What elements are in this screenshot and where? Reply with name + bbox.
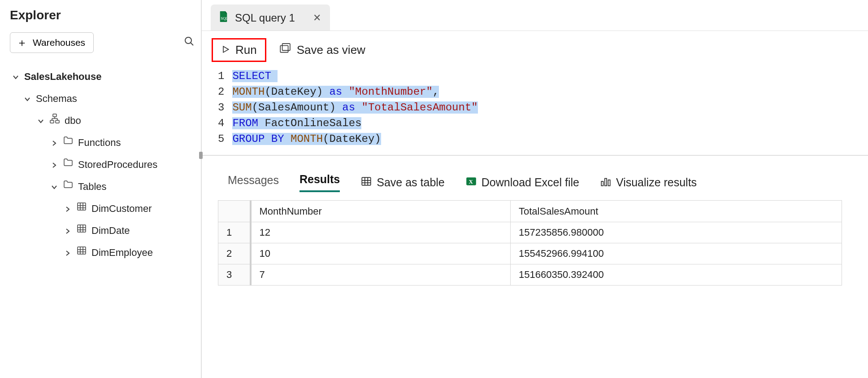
column-header-totalsalesamount[interactable]: TotalSalesAmount — [511, 201, 842, 222]
chevron-right-icon — [50, 135, 58, 150]
cell-totalsalesamount: 157235856.980000 — [511, 222, 842, 243]
results-grid[interactable]: MonthNumber TotalSalesAmount 1 12 157235… — [202, 200, 868, 286]
bar-chart-icon — [600, 176, 612, 190]
cell-totalsalesamount: 155452966.994100 — [511, 243, 842, 264]
visualize-results-button[interactable]: Visualize results — [600, 176, 697, 190]
close-icon[interactable]: ✕ — [313, 12, 321, 24]
schema-icon — [49, 113, 60, 128]
editor-results-splitter[interactable] — [202, 155, 868, 156]
cell-monthnumber: 10 — [251, 243, 511, 264]
str-alias: "MonthNumber" — [349, 86, 433, 98]
chevron-down-icon — [37, 113, 45, 128]
code-token: (DateKey) — [265, 86, 323, 98]
run-button[interactable]: Run — [212, 38, 266, 62]
explorer-tree: SalesLakehouse Schemas dbo Functions Sto… — [10, 66, 195, 264]
code-token: , — [433, 86, 439, 98]
chevron-right-icon — [64, 245, 72, 260]
chevron-right-icon — [64, 223, 72, 238]
save-as-table-button[interactable]: Save as table — [360, 176, 445, 190]
tree-node-dbo[interactable]: dbo — [10, 110, 195, 132]
kw-as: as — [329, 86, 342, 98]
warehouses-label: Warehouses — [33, 37, 85, 48]
table-row[interactable]: 3 7 151660350.392400 — [218, 264, 842, 286]
sql-file-icon: SQL — [219, 11, 229, 25]
fn-month: MONTH — [232, 86, 265, 98]
svg-text:SQL: SQL — [221, 17, 228, 21]
line-number: 3 — [218, 100, 224, 115]
row-number: 2 — [218, 243, 251, 264]
table-grid-icon — [360, 176, 372, 190]
line-gutter: 1 2 3 4 5 — [218, 68, 232, 147]
kw-select: SELECT — [232, 70, 271, 82]
line-number: 2 — [218, 84, 224, 100]
line-number: 4 — [218, 115, 224, 131]
tab-messages[interactable]: Messages — [228, 174, 279, 191]
add-warehouses-button[interactable]: ＋ Warehouses — [10, 32, 94, 53]
code-token: (SalesAmount) — [252, 101, 336, 114]
kw-by: BY — [271, 133, 284, 145]
tree-node-functions[interactable]: Functions — [10, 132, 195, 154]
tab-sql-query-1[interactable]: SQL SQL query 1 ✕ — [211, 4, 330, 31]
kw-as: as — [342, 101, 355, 114]
results-toolbar: Messages Results Save as table X Downloa… — [202, 156, 868, 200]
row-number: 3 — [218, 264, 251, 286]
cell-monthnumber: 12 — [251, 222, 511, 243]
svg-rect-19 — [78, 247, 86, 254]
download-excel-button[interactable]: X Download Excel file — [465, 176, 579, 190]
tab-results[interactable]: Results — [299, 173, 340, 192]
svg-rect-28 — [362, 177, 371, 185]
tab-strip: SQL SQL query 1 ✕ — [202, 0, 868, 31]
save-as-view-button[interactable]: Save as view — [279, 43, 365, 57]
table-icon — [76, 245, 87, 260]
svg-line-1 — [191, 43, 193, 45]
tree-label: DimEmployee — [91, 245, 153, 260]
table-icon — [76, 201, 87, 216]
tree-node-schemas[interactable]: Schemas — [10, 88, 195, 110]
excel-icon: X — [465, 176, 477, 190]
svg-rect-2 — [53, 114, 56, 117]
svg-text:X: X — [469, 178, 473, 185]
save-as-view-icon — [279, 43, 291, 57]
fn-sum: SUM — [232, 101, 252, 114]
tree-label: dbo — [65, 113, 81, 128]
svg-rect-14 — [78, 225, 86, 232]
table-row[interactable]: 2 10 155452966.994100 — [218, 243, 842, 264]
tree-node-dimdate[interactable]: DimDate — [10, 220, 195, 242]
svg-rect-26 — [280, 46, 288, 53]
chevron-right-icon — [50, 157, 58, 172]
kw-group: GROUP — [232, 133, 265, 145]
tree-label: SalesLakehouse — [24, 69, 101, 84]
svg-rect-35 — [601, 181, 603, 186]
svg-rect-27 — [282, 44, 290, 50]
sql-editor[interactable]: 1 2 3 4 5 SELECT MONTH(DateKey) as "Mont… — [202, 68, 868, 147]
tree-node-storedprocedures[interactable]: StoredProcedures — [10, 154, 195, 176]
tree-node-dimcustomer[interactable]: DimCustomer — [10, 198, 195, 220]
table-row[interactable]: 1 12 157235856.980000 — [218, 222, 842, 243]
code-token: (DateKey) — [323, 133, 381, 145]
save-as-table-label: Save as table — [377, 176, 445, 189]
tree-label: Tables — [78, 179, 107, 194]
column-header-monthnumber[interactable]: MonthNumber — [251, 201, 511, 222]
folder-icon — [63, 157, 74, 172]
chevron-down-icon — [50, 179, 58, 194]
download-excel-label: Download Excel file — [482, 176, 579, 189]
play-icon — [221, 43, 230, 57]
explorer-title: Explorer — [10, 8, 195, 22]
fn-month: MONTH — [291, 133, 323, 145]
run-label: Run — [235, 43, 257, 57]
code-token: FactOnlineSales — [258, 117, 361, 129]
visualize-results-label: Visualize results — [616, 176, 697, 189]
search-icon[interactable] — [184, 36, 195, 49]
svg-rect-3 — [50, 120, 54, 123]
tree-node-saleslakehouse[interactable]: SalesLakehouse — [10, 66, 195, 88]
tree-node-tables[interactable]: Tables — [10, 176, 195, 198]
line-number: 1 — [218, 68, 224, 84]
chevron-right-icon — [64, 201, 72, 216]
tree-node-dimemployee[interactable]: DimEmployee — [10, 242, 195, 264]
explorer-panel: Explorer ＋ Warehouses SalesLakehouse Sch… — [0, 0, 202, 378]
row-number: 1 — [218, 222, 251, 243]
plus-icon: ＋ — [17, 37, 27, 48]
svg-rect-36 — [605, 178, 607, 185]
kw-from: FROM — [232, 117, 258, 129]
line-number: 5 — [218, 131, 224, 147]
